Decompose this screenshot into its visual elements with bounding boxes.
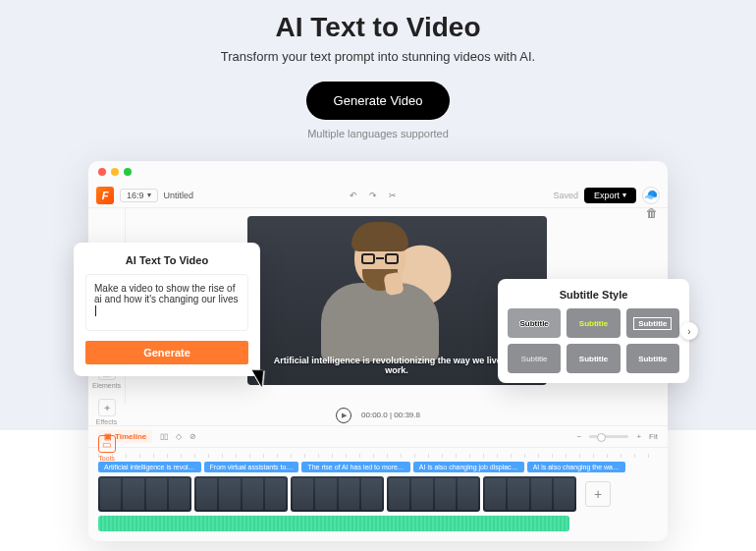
subtitle-style-option[interactable]: Subtitle xyxy=(567,344,620,373)
effects-icon: ✦ xyxy=(98,399,116,416)
time-total: 00:39.8 xyxy=(394,411,420,419)
split-icon[interactable]: ▯▯ xyxy=(160,432,168,441)
tile-label: Subtitle xyxy=(521,355,548,363)
video-clip[interactable] xyxy=(194,476,288,512)
undo-icon[interactable]: ↶ xyxy=(347,191,360,200)
chevron-down-icon: ▾ xyxy=(622,191,626,199)
user-avatar[interactable]: 🧢 xyxy=(642,187,660,204)
subtitle-style-option[interactable]: Subtitle xyxy=(626,308,679,338)
aspect-ratio-label: 16:9 xyxy=(127,191,144,200)
text-cursor-icon xyxy=(95,305,96,316)
subtitle-style-option[interactable]: Subtitle xyxy=(626,344,679,373)
export-label: Export xyxy=(594,191,620,200)
window-minimize-icon[interactable] xyxy=(111,168,119,176)
play-button[interactable]: ▶ xyxy=(336,408,351,423)
subtitle-chip[interactable]: The rise of AI has led to more… xyxy=(301,462,409,472)
add-clip-button[interactable]: + xyxy=(585,481,611,507)
subtitle-style-option[interactable]: Subtitle xyxy=(567,308,620,338)
subtitle-style-title: Subtitle Style xyxy=(508,289,679,301)
time-display: 00:00.0 | 00:39.8 xyxy=(361,411,420,419)
generate-button[interactable]: Generate xyxy=(85,341,248,364)
tile-label: Subtitle xyxy=(579,355,608,363)
video-clip[interactable] xyxy=(291,476,384,512)
prompt-panel-title: AI Text To Video xyxy=(85,254,248,266)
video-clip[interactable] xyxy=(387,476,480,512)
video-clip[interactable] xyxy=(98,476,191,512)
prompt-textarea[interactable]: Make a video to show the rise of ai and … xyxy=(85,274,248,331)
chevron-down-icon: ▾ xyxy=(147,191,151,199)
tile-label: Subtitle xyxy=(519,319,548,328)
time-current: 00:00.0 xyxy=(361,411,388,419)
page-subtitle: Transform your text prompt into stunning… xyxy=(0,49,756,64)
rail-label: Effects xyxy=(96,418,117,425)
subtitle-chip[interactable]: From virtual assistants to… xyxy=(204,462,299,472)
saved-status: Saved xyxy=(553,191,578,200)
language-note: Multiple languages supported xyxy=(0,128,756,139)
zoom-fit-button[interactable]: Fit xyxy=(649,432,658,441)
mute-icon[interactable]: ⊘ xyxy=(189,432,196,441)
export-button[interactable]: Export ▾ xyxy=(584,188,636,203)
aspect-ratio-select[interactable]: 16:9 ▾ xyxy=(120,189,158,202)
prompt-panel: AI Text To Video Make a video to show th… xyxy=(74,243,260,376)
document-name[interactable]: Untitled xyxy=(164,191,194,200)
subtitle-chip[interactable]: Artificial intelligence is revol… xyxy=(98,462,201,472)
player-bar: ▶ 00:00.0 | 00:39.8 xyxy=(88,405,668,426)
tile-label: Subtitle xyxy=(579,319,608,328)
zoom-in-icon[interactable]: + xyxy=(636,432,641,441)
audio-track[interactable] xyxy=(98,516,569,531)
video-clip[interactable] xyxy=(483,476,576,512)
subtitle-chip[interactable]: AI is also changing the wa… xyxy=(527,462,625,472)
zoom-out-icon[interactable]: − xyxy=(577,432,582,441)
style-next-icon[interactable]: › xyxy=(680,322,698,340)
generate-video-button[interactable]: Generate Video xyxy=(306,82,451,120)
delete-icon[interactable]: 🗑 xyxy=(646,206,658,220)
prompt-text-content: Make a video to show the rise of ai and … xyxy=(94,283,238,304)
editor-window: F 16:9 ▾ Untitled ↶ ↷ ✂ Saved Export ▾ 🧢… xyxy=(88,161,668,541)
crop-icon[interactable]: ✂ xyxy=(386,191,400,200)
subtitle-style-option[interactable]: Subtitle xyxy=(508,308,561,338)
subtitle-track[interactable]: Artificial intelligence is revol… From v… xyxy=(98,462,658,472)
app-logo-icon[interactable]: F xyxy=(96,187,114,204)
subtitle-style-panel: Subtitle Style Subtitle Subtitle Subtitl… xyxy=(498,279,689,383)
timeline-toolbar: ▣ Timeline ▯▯ ◇ ⊘ − + Fit xyxy=(88,426,668,448)
zoom-slider[interactable] xyxy=(589,435,628,438)
window-maximize-icon[interactable] xyxy=(124,168,132,176)
timeline[interactable]: Artificial intelligence is revol… From v… xyxy=(88,448,668,541)
subtitle-chip[interactable]: AI is also changing job displac… xyxy=(413,462,524,472)
window-close-icon[interactable] xyxy=(98,168,106,176)
snap-icon[interactable]: ◇ xyxy=(176,432,182,441)
timeline-ruler xyxy=(98,454,658,458)
rail-label: Elements xyxy=(92,382,121,389)
timeline-tab-label: Timeline xyxy=(115,432,146,441)
tile-label: Subtitle xyxy=(633,317,672,330)
subtitle-style-option[interactable]: Subtitle xyxy=(508,344,561,373)
tile-label: Subtitle xyxy=(638,355,667,363)
video-track[interactable]: + xyxy=(98,476,658,512)
redo-icon[interactable]: ↷ xyxy=(366,191,380,200)
editor-toolbar: F 16:9 ▾ Untitled ↶ ↷ ✂ Saved Export ▾ 🧢 xyxy=(88,183,668,208)
rail-effects[interactable]: ✦Effects xyxy=(96,399,117,425)
window-titlebar xyxy=(88,161,668,183)
page-title: AI Text to Video xyxy=(0,12,756,43)
